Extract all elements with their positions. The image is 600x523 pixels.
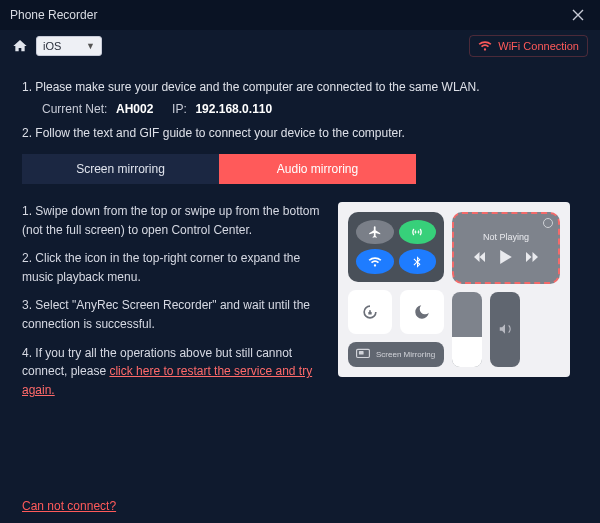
moon-icon [413, 303, 431, 321]
home-icon [12, 38, 28, 54]
airplane-mode-toggle [356, 220, 394, 244]
instruction-steps: 1. Swipe down from the top or swipe up f… [22, 202, 322, 409]
screen-mirroring-label: Screen Mirroring [376, 350, 435, 359]
music-tile: Not Playing [452, 212, 560, 284]
rotation-lock-toggle [348, 290, 392, 334]
tab-screen-mirroring[interactable]: Screen mirroring [22, 154, 219, 184]
wifi-icon [478, 39, 492, 53]
svg-rect-1 [359, 352, 364, 356]
toolbar-left: iOS ▼ [12, 36, 102, 56]
music-controls [474, 250, 538, 264]
lock-rotation-icon [360, 302, 380, 322]
bluetooth-icon [410, 255, 424, 269]
instruction-3: 3. Select "AnyRec Screen Recorder" and w… [22, 296, 322, 333]
back-icon [474, 252, 486, 262]
wifi-icon [368, 255, 382, 269]
step-1-text: 1. Please make sure your device and the … [22, 80, 578, 94]
current-net-label: Current Net: [42, 102, 107, 116]
mute-icon [498, 322, 512, 336]
forward-icon [526, 252, 538, 262]
expand-music-icon [543, 218, 553, 228]
play-icon [500, 250, 512, 264]
cellular-icon [410, 225, 424, 239]
titlebar: Phone Recorder [0, 0, 600, 30]
wifi-connection-button[interactable]: WiFi Connection [469, 35, 588, 57]
panel-left: Screen Mirroring [348, 212, 444, 367]
not-playing-label: Not Playing [483, 232, 529, 242]
toolbar: iOS ▼ WiFi Connection [0, 32, 600, 60]
platform-selected: iOS [43, 40, 61, 52]
ip-value: 192.168.0.110 [195, 102, 272, 116]
airplane-icon [368, 225, 382, 239]
chevron-down-icon: ▼ [86, 41, 95, 51]
ip-label: IP: [172, 102, 187, 116]
toggle-row [348, 290, 444, 334]
close-button[interactable] [566, 3, 590, 27]
do-not-disturb-toggle [400, 290, 444, 334]
panel-right: Not Playing [452, 212, 560, 367]
content: 1. Please make sure your device and the … [0, 60, 600, 409]
current-net-value: AH002 [116, 102, 153, 116]
tab-audio-mirroring[interactable]: Audio mirroring [219, 154, 416, 184]
connectivity-group [348, 212, 444, 282]
volume-slider [490, 292, 520, 367]
slider-row [452, 292, 560, 367]
close-icon [572, 9, 584, 21]
wifi-connection-label: WiFi Connection [498, 40, 579, 52]
home-button[interactable] [12, 38, 28, 54]
brightness-slider [452, 292, 482, 367]
platform-select[interactable]: iOS ▼ [36, 36, 102, 56]
instruction-4: 4. If you try all the operations above b… [22, 344, 322, 400]
wifi-toggle [356, 249, 394, 273]
cannot-connect-link[interactable]: Can not connect? [22, 499, 116, 513]
step-2-text: 2. Follow the text and GIF guide to conn… [22, 126, 578, 140]
instruction-1: 1. Swipe down from the top or swipe up f… [22, 202, 322, 239]
cellular-toggle [399, 220, 437, 244]
cast-icon [356, 348, 370, 360]
bluetooth-toggle [399, 249, 437, 273]
window-title: Phone Recorder [10, 8, 97, 22]
network-info: Current Net: AH002 IP: 192.168.0.110 [42, 102, 578, 116]
screen-mirroring-tile: Screen Mirroring [348, 342, 444, 367]
instruction-2: 2. Click the icon in the top-right corne… [22, 249, 322, 286]
control-center-preview: Screen Mirroring Not Playing [338, 202, 570, 377]
body-row: 1. Swipe down from the top or swipe up f… [22, 202, 578, 409]
mirroring-tabs: Screen mirroring Audio mirroring [22, 154, 416, 184]
